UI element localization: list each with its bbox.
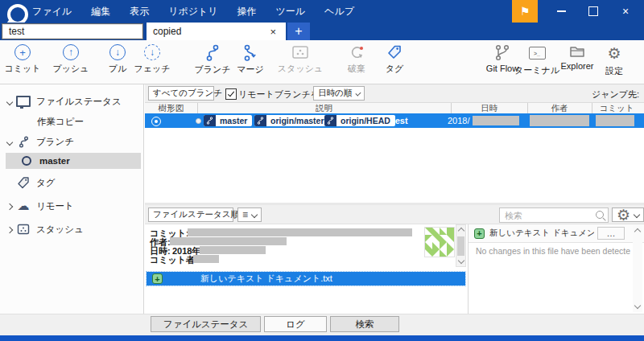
commit-row-selected[interactable]: master origin/master origin/HEAD test 20…	[145, 113, 644, 128]
close-icon: ×	[622, 5, 629, 18]
tab-close-icon[interactable]: ×	[266, 26, 279, 38]
menu-file[interactable]: ファイル	[29, 3, 75, 20]
menu-actions[interactable]: 操作	[234, 3, 260, 20]
commit-date: 2018/	[448, 116, 470, 125]
sidebar-item-working-copy[interactable]: 作業コピー	[0, 113, 144, 129]
commit-button[interactable]: コミット	[0, 44, 45, 75]
log-column-headers: 樹形図 説明 日時 作者 コミット	[145, 103, 644, 113]
push-button[interactable]: プッシュ	[48, 44, 93, 75]
column-graph[interactable]: 樹形図	[145, 103, 197, 114]
scroll-down-icon[interactable]	[634, 302, 641, 309]
sort-order-dropdown[interactable]: 日時の順	[313, 86, 365, 101]
tag-button[interactable]: タグ	[372, 44, 417, 75]
column-date[interactable]: 日時	[451, 103, 527, 114]
log-filter-bar: すべてのブランチ リモートブランチを表示 日時の順 ジャンプ先:	[145, 84, 644, 103]
file-added-icon: +	[474, 228, 485, 239]
search-icon	[596, 211, 604, 219]
scroll-up-icon[interactable]	[634, 228, 641, 235]
branch-filter-dropdown[interactable]: すべてのブランチ	[148, 86, 214, 101]
chevron-down-icon[interactable]	[7, 137, 15, 146]
diff-file-name: 新しいテキスト ドキュメント.txt	[489, 228, 594, 239]
column-commit[interactable]: コミット	[592, 103, 642, 114]
repo-tab-bar: test copied × +	[0, 23, 644, 40]
folder-icon	[569, 44, 585, 59]
gear-icon	[617, 206, 630, 224]
redacted-date	[473, 116, 519, 125]
chevron-right-icon[interactable]	[7, 224, 15, 234]
chevron-down-icon[interactable]	[7, 97, 15, 106]
bottom-bar: ファイルステータス ログ 検索	[0, 314, 644, 335]
terminal-icon	[529, 47, 546, 60]
redacted-commit-hash	[188, 228, 412, 236]
branch-icon	[204, 115, 216, 126]
menu-edit[interactable]: 編集	[88, 3, 114, 20]
fetch-button[interactable]: フェッチ	[130, 44, 175, 75]
stash-icon	[291, 44, 309, 60]
show-remote-checkbox[interactable]	[225, 88, 237, 100]
merge-button[interactable]: マージ	[228, 44, 273, 76]
maximize-button[interactable]	[580, 0, 607, 23]
minimize-icon	[557, 10, 566, 12]
sidebar-item-remotes[interactable]: リモート	[0, 198, 144, 214]
sidebar-item-master[interactable]: master	[6, 153, 141, 169]
notification-flag-button[interactable]: ⚑	[512, 0, 538, 23]
maximize-icon	[588, 6, 598, 16]
view-button-file-status[interactable]: ファイルステータス	[151, 316, 261, 332]
log-empty-area	[145, 128, 644, 203]
view-button-log[interactable]: ログ	[264, 316, 327, 332]
minimize-button[interactable]	[547, 0, 575, 23]
menu-tools[interactable]: ツール	[273, 3, 309, 20]
gitflow-icon	[494, 44, 510, 61]
new-tab-button[interactable]: +	[287, 23, 310, 40]
more-options-button[interactable]: …	[597, 227, 625, 240]
branch-icon	[205, 44, 220, 61]
tab-copied[interactable]: copied ×	[147, 23, 286, 40]
lower-toolbar: ファイルステータス順 ≡	[145, 205, 644, 224]
redacted-date	[200, 246, 266, 254]
scroll-up-icon[interactable]	[458, 228, 464, 234]
scroll-down-icon[interactable]	[458, 257, 464, 264]
file-list-pane: + 新しいテキスト ドキュメント.txt	[145, 267, 467, 314]
branch-badge-master: master	[204, 115, 252, 126]
menu-repository[interactable]: リポジトリ	[165, 3, 221, 20]
discard-icon	[349, 44, 365, 60]
no-changes-message: No changes in this file have been detect…	[476, 246, 630, 256]
terminal-button[interactable]: ターミナル	[514, 44, 559, 76]
branch-icon	[254, 115, 266, 126]
ellipsis-icon: …	[607, 228, 616, 238]
file-row-selected[interactable]: + 新しいテキスト ドキュメント.txt	[147, 272, 465, 286]
search-settings-button[interactable]	[612, 207, 644, 222]
column-description[interactable]: 説明	[197, 103, 451, 114]
committer-label: コミット者:	[150, 254, 198, 266]
close-window-button[interactable]: ×	[612, 0, 639, 23]
redacted-author	[530, 115, 589, 126]
settings-button[interactable]: 設定	[592, 44, 637, 77]
scrollbar-thumb[interactable]	[457, 236, 464, 256]
stash-icon	[15, 224, 31, 235]
author-identicon	[424, 227, 455, 257]
view-button-search[interactable]: 検索	[330, 316, 399, 332]
menu-view[interactable]: 表示	[126, 3, 152, 20]
tag-icon	[386, 44, 402, 60]
tab-test[interactable]: test	[2, 23, 143, 39]
commit-icon	[14, 44, 31, 60]
diff-scrollbar[interactable]	[633, 225, 642, 312]
sidebar-item-branches[interactable]: ブランチ	[0, 134, 144, 150]
graph-head-node-icon	[151, 117, 161, 126]
sidebar-item-stashes[interactable]: スタッシュ	[0, 221, 144, 237]
chevron-down-icon	[251, 212, 258, 218]
sidebar-item-tags[interactable]: タグ	[0, 175, 144, 191]
chevron-right-icon[interactable]	[7, 201, 15, 211]
commit-info-scrollbar[interactable]	[456, 224, 466, 267]
current-branch-icon	[19, 156, 35, 166]
view-options-button[interactable]: ≡	[237, 207, 262, 222]
menu-help[interactable]: ヘルプ	[321, 3, 357, 20]
chevron-down-icon	[634, 212, 640, 218]
column-author[interactable]: 作者	[527, 103, 592, 114]
sidebar-item-file-status[interactable]: ファイルステータス	[0, 93, 144, 109]
branch-badge-origin-master: origin/master	[254, 115, 329, 126]
main-toolbar: コミット プッシュ プル フェッチ ブランチ マージ	[0, 40, 644, 84]
file-sort-dropdown[interactable]: ファイルステータス順	[148, 207, 233, 222]
search-input[interactable]	[499, 207, 609, 223]
menu-bar: ファイル 編集 表示 リポジトリ 操作 ツール ヘルプ	[29, 0, 357, 23]
